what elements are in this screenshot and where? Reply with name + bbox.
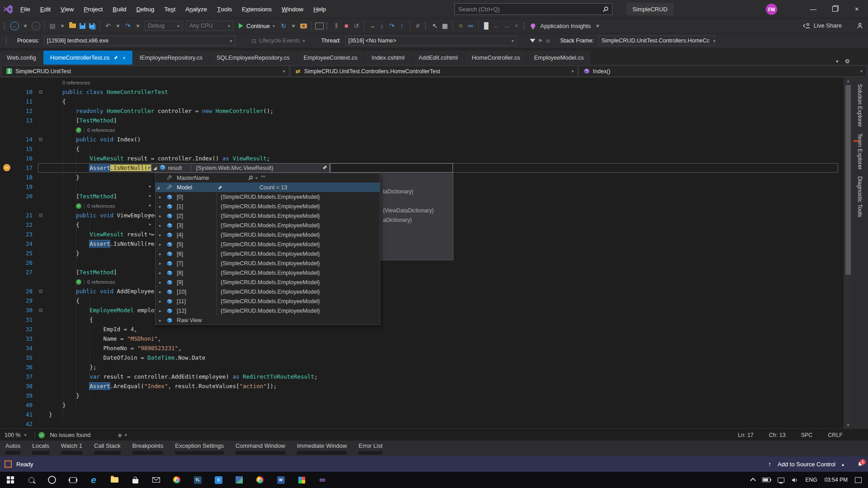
codelens-references[interactable]: ✓|0 references (0, 277, 841, 286)
code-line-38[interactable]: 38 Assert.AreEqual("Index", result.Route… (0, 381, 841, 391)
dropdown-icon[interactable]: ▾ (21, 20, 30, 31)
fold-toggle-icon[interactable]: ⊟ (33, 286, 49, 296)
output-window-icon[interactable]: ▉ (482, 20, 491, 31)
current-statement-marker[interactable]: ↪ (3, 164, 10, 171)
menu-test[interactable]: Test (159, 0, 180, 18)
zoom-combo[interactable]: 100 %▾ (0, 432, 31, 438)
datatip-row--3-[interactable]: ▸[3]{SimpleCRUD.Models.EmployeeModel} (156, 221, 380, 230)
tab-index-cshtml[interactable]: Index.cshtml (365, 51, 411, 65)
menu-edit[interactable]: Edit (35, 0, 56, 18)
process-combo[interactable]: [12936] testhost.x86.exe▾ (44, 36, 236, 46)
tab-web-config[interactable]: Web.config (0, 51, 43, 65)
collapse-icon[interactable]: ◢ (153, 165, 157, 170)
store-icon[interactable] (125, 472, 146, 488)
lifecycle-events-label[interactable]: Lifecycle Events (259, 38, 300, 44)
network-icon[interactable] (778, 478, 784, 483)
file-explorer-icon[interactable] (104, 472, 125, 488)
redo-icon[interactable]: ↷ (123, 20, 132, 31)
menu-tools[interactable]: Tools (212, 0, 237, 18)
panel-tab-exception-settings[interactable]: Exception Settings (175, 441, 224, 456)
close-button[interactable]: × (846, 0, 867, 18)
menu-view[interactable]: View (56, 0, 79, 18)
pointer-icon[interactable]: ↖ (430, 20, 439, 31)
datatip-row-mastername[interactable]: MasterName▾"" (156, 173, 380, 183)
pin-icon[interactable] (213, 183, 223, 192)
clock[interactable]: 03:54 PM (825, 477, 848, 483)
code-line-36[interactable]: 36 }; (0, 362, 841, 372)
menu-window[interactable]: Window (277, 0, 308, 18)
menu-project[interactable]: Project (79, 0, 108, 18)
tab-homecontrollertest-cs[interactable]: HomeControllerTest.cs× (43, 51, 132, 65)
issues-label[interactable]: No issues found (50, 432, 90, 438)
datatip-expanded-list[interactable]: MasterName▾""◢ModelCount = 13▸[0]{Simple… (155, 173, 380, 325)
task-view-button[interactable] (62, 472, 83, 488)
word-icon[interactable]: W (270, 472, 291, 488)
datatip-row-model[interactable]: ◢ModelCount = 13 (156, 183, 380, 192)
undo-icon[interactable]: ↶ (104, 20, 113, 31)
panel-tab-watch-1[interactable]: Watch 1 (61, 441, 82, 456)
code-line-30[interactable]: 30⊟ EmployeeModel employee (0, 305, 841, 315)
gear-icon[interactable]: ⚙ (844, 58, 850, 65)
open-folder-icon[interactable] (68, 20, 77, 31)
skype-icon[interactable]: S (208, 472, 229, 488)
code-line-33[interactable]: 33 Name = "MSDhoni", (0, 334, 841, 343)
filter-icon[interactable] (530, 39, 535, 42)
datatip-row-raw-view[interactable]: ▸Raw View (156, 315, 380, 325)
expander-icon[interactable]: ▸ (149, 184, 151, 188)
flag-icon[interactable]: ⚑ (538, 38, 543, 44)
pin-icon[interactable] (322, 164, 328, 172)
side-tab-solution-explorer[interactable]: Solution Explorer (857, 84, 863, 127)
code-line-27[interactable]: 27 [TestMethod] (0, 267, 841, 277)
photos-icon[interactable] (229, 472, 250, 488)
datatip-row--4-[interactable]: ▸[4]{SimpleCRUD.Models.EmployeeModel} (156, 230, 380, 239)
solution-configurations-combo[interactable]: Debug▾ (145, 21, 183, 31)
caret-up-icon[interactable]: ▴ (842, 462, 844, 467)
menu-debug[interactable]: Debug (131, 0, 159, 18)
restore-button[interactable] (825, 0, 845, 18)
datatip-row--7-[interactable]: ▸[7]{SimpleCRUD.Models.EmployeeModel} (156, 258, 380, 268)
code-line-13[interactable]: 13 [TestMethod] (0, 116, 841, 125)
code-line-14[interactable]: 14⊟ public void Index() (0, 135, 841, 144)
scroll-down-icon[interactable]: ▼ (844, 422, 853, 428)
dropdown-icon[interactable]: ▾ (593, 20, 602, 31)
panel-tab-locals[interactable]: Locals (32, 441, 49, 456)
snapshot-icon[interactable] (299, 20, 308, 31)
save-all-icon[interactable] (88, 20, 97, 31)
datatip-row--11-[interactable]: ▸[11]{SimpleCRUD.Models.EmployeeModel} (156, 296, 380, 306)
datatip-row--6-[interactable]: ▸[6]{SimpleCRUD.Models.EmployeeModel} (156, 249, 380, 258)
language-indicator[interactable]: ENG (806, 477, 817, 483)
search-button[interactable] (21, 472, 42, 488)
parallel-stacks-icon[interactable]: ≔ (466, 20, 475, 31)
cortana-button[interactable] (42, 472, 62, 488)
tab-employeemodel-cs[interactable]: EmployeeModel.cs (527, 51, 590, 65)
panel-tab-command-window[interactable]: Command Window (236, 441, 285, 456)
code-editor[interactable]: 0 references10⊟ public class HomeControl… (0, 78, 868, 428)
navigate-forward-icon[interactable]: → (32, 22, 40, 30)
restart-icon[interactable]: ↻ (279, 20, 288, 31)
scrollbar-thumb[interactable] (845, 85, 851, 275)
code-line-11[interactable]: 11 { (0, 97, 841, 106)
menu-help[interactable]: Help (308, 0, 331, 18)
code-line-16[interactable]: 16 ViewResult result = controller.Index(… (0, 154, 841, 163)
battery-icon[interactable] (762, 478, 770, 482)
menu-analyze[interactable]: Analyze (180, 0, 212, 18)
clear-bookmarks-icon[interactable]: × (512, 20, 521, 31)
code-line-37[interactable]: 37 var result = controller.AddEdit(emplo… (0, 372, 841, 381)
side-tab-team-explorer[interactable]: Team Explorer (857, 133, 863, 170)
code-coverage-icon[interactable]: # (413, 20, 422, 31)
panel-tab-autos[interactable]: Autos (5, 441, 20, 456)
browse-home-icon[interactable] (315, 20, 324, 31)
project-dropdown[interactable]: SimpleCRUD.UnitTest▾ (1, 66, 289, 77)
chrome-profile-icon[interactable] (250, 472, 270, 488)
type-dropdown[interactable]: ⇄ SimpleCRUD.UnitTest.Controllers.HomeCo… (290, 66, 578, 77)
step-out-icon[interactable]: ↑ (397, 20, 406, 31)
code-line-34[interactable]: 34 PhoneNo = "9898523231", (0, 343, 841, 353)
code-line-29[interactable]: 29 { (0, 296, 841, 305)
panel-tab-breakpoints[interactable]: Breakpoints (132, 441, 164, 456)
datatip-row--5-[interactable]: ▸[5]{SimpleCRUD.Models.EmployeeModel} (156, 239, 380, 249)
step-over-icon[interactable]: ↷ (387, 20, 396, 31)
tab-list-dropdown-icon[interactable]: ▾ (836, 59, 838, 64)
scroll-up-icon[interactable]: ▲ (844, 78, 853, 84)
vertical-scrollbar[interactable]: ▲ ▼ (844, 78, 853, 428)
feedback-icon[interactable] (856, 23, 863, 29)
